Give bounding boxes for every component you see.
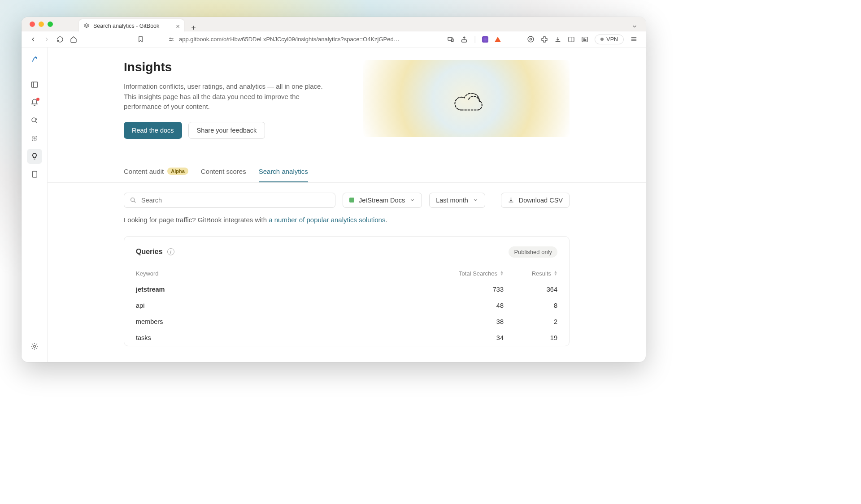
svg-point-10 <box>32 118 36 122</box>
search-icon <box>130 197 137 204</box>
hint-text: Looking for page traffic? GitBook integr… <box>48 208 646 224</box>
tabs: Content audit Alpha Content scores Searc… <box>48 164 646 183</box>
svg-rect-13 <box>32 171 37 177</box>
share-feedback-button[interactable]: Share your feedback <box>188 122 265 139</box>
brave-logo-icon[interactable] <box>495 37 501 42</box>
browser-window: Search analytics - GitBook × ＋ app.gitbo… <box>22 17 646 362</box>
tab-label: Search analytics <box>259 168 308 175</box>
sort-icon: ▲▼ <box>554 271 557 276</box>
analytics-solutions-link[interactable]: a number of popular analytics solutions <box>269 216 385 224</box>
separator: | <box>474 35 476 43</box>
home-icon[interactable] <box>70 36 77 43</box>
tab-content-audit[interactable]: Content audit Alpha <box>124 164 188 182</box>
new-tab-button[interactable]: ＋ <box>190 22 197 33</box>
window-controls <box>30 22 53 27</box>
bookmark-icon[interactable] <box>137 36 144 43</box>
site-settings-icon[interactable] <box>168 36 174 43</box>
tab-content-scores[interactable]: Content scores <box>201 164 246 182</box>
rail-snippets-icon[interactable] <box>27 131 42 146</box>
minimize-window-icon[interactable] <box>39 22 44 27</box>
forward-icon[interactable] <box>43 36 50 43</box>
tab-favicon-icon <box>83 23 90 29</box>
tab-search-analytics[interactable]: Search analytics <box>259 164 308 182</box>
hero: Insights Information conflicts, user rat… <box>48 47 646 139</box>
tab-label: Content scores <box>201 168 246 175</box>
share-icon[interactable] <box>461 36 468 43</box>
col-total-searches[interactable]: Total Searches▲▼ <box>441 270 504 277</box>
download-icon <box>508 197 514 203</box>
svg-point-5 <box>528 36 534 42</box>
chevron-down-icon <box>473 197 478 203</box>
queries-title: Queries <box>136 248 163 256</box>
tab-title: Search analytics - GitBook <box>93 23 159 29</box>
workspace-logo[interactable] <box>29 54 40 65</box>
url-bar[interactable]: app.gitbook.com/o/rHbw65DDeLxPNJCcyl09/i… <box>168 36 400 43</box>
download-label: Download CSV <box>519 197 563 204</box>
table-row[interactable]: members 38 2 <box>136 314 557 330</box>
svg-rect-7 <box>569 37 574 42</box>
browser-toolbar: app.gitbook.com/o/rHbw65DDeLxPNJCcyl09/i… <box>22 31 646 47</box>
table-row[interactable]: tasks 34 19 <box>136 330 557 346</box>
hero-banner <box>363 60 570 137</box>
search-input[interactable] <box>141 197 330 204</box>
queries-table: Keyword Total Searches▲▼ Results▲▼ jetst… <box>136 266 557 346</box>
menu-icon[interactable] <box>630 35 638 43</box>
vpn-button[interactable]: VPN <box>595 34 624 44</box>
svg-point-6 <box>530 38 532 40</box>
rail-settings-icon[interactable] <box>27 339 42 354</box>
rail-collapse-icon[interactable] <box>27 77 42 92</box>
sidebar-toggle-icon[interactable] <box>568 36 575 43</box>
space-label: JetStream Docs <box>359 197 405 204</box>
page-title: Insights <box>124 60 345 74</box>
device-icon[interactable] <box>447 36 454 43</box>
controls: JetStream Docs Last month Download CSV <box>48 183 646 208</box>
svg-point-15 <box>131 198 135 201</box>
wallet-icon[interactable] <box>527 35 535 43</box>
alpha-badge: Alpha <box>167 168 188 175</box>
rail-insights-icon[interactable] <box>27 149 42 164</box>
main-content: Insights Information conflicts, user rat… <box>48 47 646 362</box>
tab-overflow-icon[interactable] <box>631 23 638 30</box>
close-window-icon[interactable] <box>30 22 35 27</box>
space-color-icon <box>349 198 354 202</box>
download-csv-button[interactable]: Download CSV <box>501 193 570 208</box>
svg-rect-11 <box>32 136 37 141</box>
cloud-icon <box>451 86 482 111</box>
space-dropdown[interactable]: JetStream Docs <box>343 193 422 208</box>
url-text: app.gitbook.com/o/rHbw65DDeLxPNJCcyl09/i… <box>179 36 400 43</box>
info-icon[interactable]: i <box>167 248 174 255</box>
published-only-badge: Published only <box>509 246 557 258</box>
chevron-down-icon <box>409 197 415 203</box>
period-dropdown[interactable]: Last month <box>429 193 485 208</box>
extensions-icon[interactable] <box>541 36 548 43</box>
table-row[interactable]: api 48 8 <box>136 297 557 314</box>
reader-icon[interactable] <box>581 36 588 43</box>
rail-notifications-icon[interactable] <box>27 95 42 110</box>
tab-close-icon[interactable]: × <box>176 22 180 30</box>
table-header: Keyword Total Searches▲▼ Results▲▼ <box>136 266 557 281</box>
toolbar-right: | VPN <box>447 34 638 44</box>
read-docs-button[interactable]: Read the docs <box>124 122 182 139</box>
col-keyword[interactable]: Keyword <box>136 270 441 277</box>
svg-point-1 <box>172 40 173 41</box>
table-row[interactable]: jetstream 733 364 <box>136 281 557 297</box>
col-results[interactable]: Results▲▼ <box>504 270 557 277</box>
tab-label: Content audit <box>124 168 164 175</box>
brave-shields-icon[interactable] <box>482 36 488 43</box>
reload-icon[interactable] <box>57 36 64 43</box>
left-rail <box>22 47 48 362</box>
period-label: Last month <box>436 197 468 204</box>
app-body: Insights Information conflicts, user rat… <box>22 47 646 362</box>
svg-rect-9 <box>31 82 38 87</box>
vpn-label: VPN <box>606 36 618 43</box>
search-box[interactable] <box>124 193 335 208</box>
svg-point-12 <box>34 138 35 139</box>
sort-icon: ▲▼ <box>500 271 504 276</box>
maximize-window-icon[interactable] <box>48 22 53 27</box>
svg-point-14 <box>33 345 35 348</box>
rail-docs-icon[interactable] <box>27 167 42 182</box>
rail-search-icon[interactable] <box>27 113 42 128</box>
browser-tab[interactable]: Search analytics - GitBook × <box>79 19 184 33</box>
back-icon[interactable] <box>30 36 37 43</box>
downloads-icon[interactable] <box>554 36 561 43</box>
